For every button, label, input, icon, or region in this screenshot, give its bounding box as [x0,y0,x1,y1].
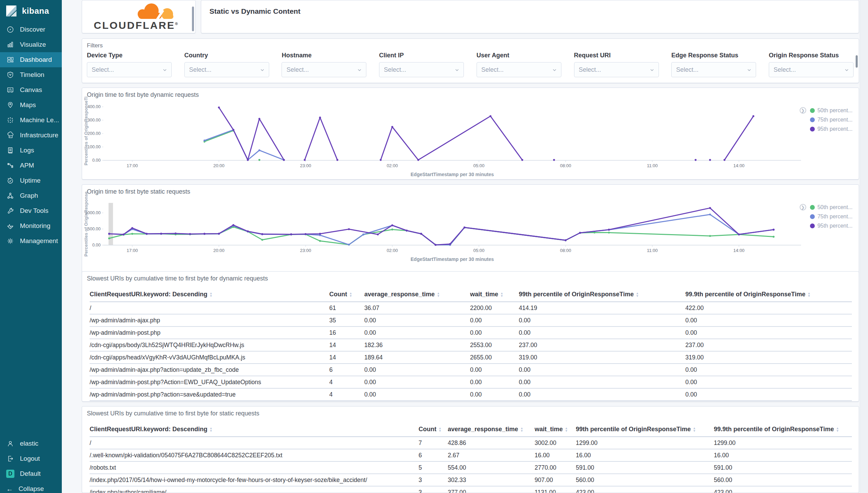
chevron-down-icon [260,67,265,73]
sidebar-item-apm[interactable]: APM [0,158,62,173]
clock-check-icon [6,176,14,185]
sidebar-footer-logout[interactable]: Logout [0,451,62,466]
filter-select-user-agent[interactable]: Select... [477,62,561,77]
sidebar-item-uptime[interactable]: Uptime [0,173,62,188]
filter-group-user-agent: User AgentSelect... [477,52,561,77]
column-header-clientrequesturi-keyword-descending[interactable]: ClientRequestURI.keyword: Descending▲▼ [90,423,419,437]
chevron-down-icon [552,67,557,73]
column-header-99-9th-percentile-of-originresponsetime[interactable]: 99.9th percentile of OriginResponseTime▲… [685,288,852,302]
column-header-average-response-time[interactable]: average_response_time▲▼ [448,423,535,437]
cell-uri: /cdn-cgi/apps/head/xVgyKhR-vV3dAUGhMqfBc… [90,351,329,364]
sidebar-item-graph[interactable]: Graph [0,188,62,203]
data-point [362,233,364,236]
column-header-wait-time[interactable]: wait_time▲▼ [535,423,576,437]
data-point [108,237,110,239]
ml-dots-icon [6,116,14,124]
sidebar-item-dev-tools[interactable]: Dev Tools [0,203,62,218]
data-point [232,129,235,131]
data-point [290,233,292,236]
legend-item-95th-percent[interactable]: 95th percent... [810,124,853,134]
data-point [449,243,451,245]
sort-icon[interactable]: ▲▼ [836,427,839,432]
sidebar-footer-collapse[interactable]: ←Collapse [0,481,62,493]
column-header-99th-percentile-of-originresponsetime[interactable]: 99th percentile of OriginResponseTime▲▼ [576,423,714,437]
data-point [218,233,220,235]
sort-icon[interactable]: ▲▼ [520,427,523,432]
sort-icon[interactable]: ▲▼ [565,427,568,432]
filter-label: Country [184,52,269,59]
legend-item-50th-percent[interactable]: 50th percent... [810,203,853,212]
sidebar-item-label: Discover [20,26,45,33]
sort-icon[interactable]: ▲▼ [500,292,503,297]
sidebar-item-machine-le[interactable]: Machine Le... [0,113,62,128]
kibana-logo[interactable]: kibana [0,0,62,22]
legend-label: 95th percent... [818,126,853,132]
column-header-label: ClientRequestURI.keyword: Descending [90,291,207,298]
column-header-count[interactable]: Count▲▼ [419,423,448,437]
sidebar-item-dashboard[interactable]: Dashboard [0,52,62,67]
sidebar-footer-elastic[interactable]: elastic [0,436,62,451]
filter-select-hostname[interactable]: Select... [282,62,366,77]
cell-value: 0.00 [685,376,852,388]
sidebar-item-canvas[interactable]: Canvas [0,82,62,98]
data-point [319,233,321,235]
cell-value: 2.67 [448,449,535,461]
dashboard-title-panel: Static vs Dynamic Content [201,0,859,33]
x-tick-label: 17:00 [127,163,138,168]
filters-panel-scrollbar-thumb[interactable] [856,55,858,68]
legend-item-95th-percent[interactable]: 95th percent... [810,221,853,230]
logo-panel-scrollbar-thumb[interactable] [192,7,194,31]
cell-value: 2655.00 [470,351,519,364]
filter-select-device-type[interactable]: Select... [87,62,172,77]
legend-expand-icon[interactable]: ❯ [800,107,806,114]
filter-select-request-uri[interactable]: Select... [574,62,659,77]
series-line [204,130,233,141]
column-header-label: wait_time [470,291,498,298]
cloudflare-logo-panel: CLOUDFLARE® [82,0,196,33]
column-header-count[interactable]: Count▲▼ [329,288,364,302]
cell-value: 61 [329,302,364,314]
column-header-99-9th-percentile-of-originresponsetime[interactable]: 99.9th percentile of OriginResponseTime▲… [714,423,852,437]
sidebar-footer-label: Collapse [19,485,44,493]
cell-value: 5 [419,461,448,474]
data-point [131,227,133,229]
sort-icon[interactable]: ▲▼ [209,292,213,297]
sidebar-item-timelion[interactable]: Timelion [0,67,62,82]
sort-icon[interactable]: ▲▼ [437,292,440,297]
sort-icon[interactable]: ▲▼ [808,292,811,297]
column-header-wait-time[interactable]: wait_time▲▼ [470,288,519,302]
legend-item-75th-percent[interactable]: 75th percent... [810,212,853,221]
sidebar-item-monitoring[interactable]: Monitoring [0,218,62,233]
table-row: /7428.863002.001299.001299.00 [90,437,852,449]
column-header-99th-percentile-of-originresponsetime[interactable]: 99th percentile of OriginResponseTime▲▼ [519,288,685,302]
sidebar-item-visualize[interactable]: Visualize [0,37,62,52]
sidebar-item-infrastructure[interactable]: Infrastructure [0,128,62,143]
cell-value: 35 [329,314,364,326]
sidebar-item-discover[interactable]: Discover [0,22,62,37]
filter-select-client-ip[interactable]: Select... [379,62,464,77]
cell-uri: /.well-known/pki-validation/054075F6A27B… [90,449,419,461]
page-scrollbar[interactable] [860,0,868,493]
data-point [752,115,754,117]
sort-icon[interactable]: ▲▼ [636,292,639,297]
cell-value: 0.00 [519,388,685,401]
sidebar-item-maps[interactable]: Maps [0,98,62,113]
legend-item-75th-percent[interactable]: 75th percent... [810,115,853,124]
column-header-clientrequesturi-keyword-descending[interactable]: ClientRequestURI.keyword: Descending▲▼ [90,288,329,302]
sidebar-footer-default[interactable]: DDefault [0,466,62,481]
sort-icon[interactable]: ▲▼ [438,427,442,432]
sort-icon[interactable]: ▲▼ [349,292,352,297]
sort-icon[interactable]: ▲▼ [209,427,213,432]
filter-select-country[interactable]: Select... [184,62,269,77]
legend-color-dot [810,214,815,219]
sort-icon[interactable]: ▲▼ [693,427,696,432]
cell-value: 423.00 [714,486,852,493]
filter-select-edge-response-status[interactable]: Select... [671,62,756,77]
column-header-average-response-time[interactable]: average_response_time▲▼ [364,288,470,302]
sidebar-item-management[interactable]: Management [0,233,62,249]
y-tick-label: 200.00 [88,131,101,136]
filter-select-origin-response-status[interactable]: Select... [769,62,854,77]
sidebar-item-logs[interactable]: Logs [0,143,62,158]
legend-expand-icon[interactable]: ❯ [800,204,806,210]
legend-item-50th-percent[interactable]: 50th percent... [810,106,853,115]
